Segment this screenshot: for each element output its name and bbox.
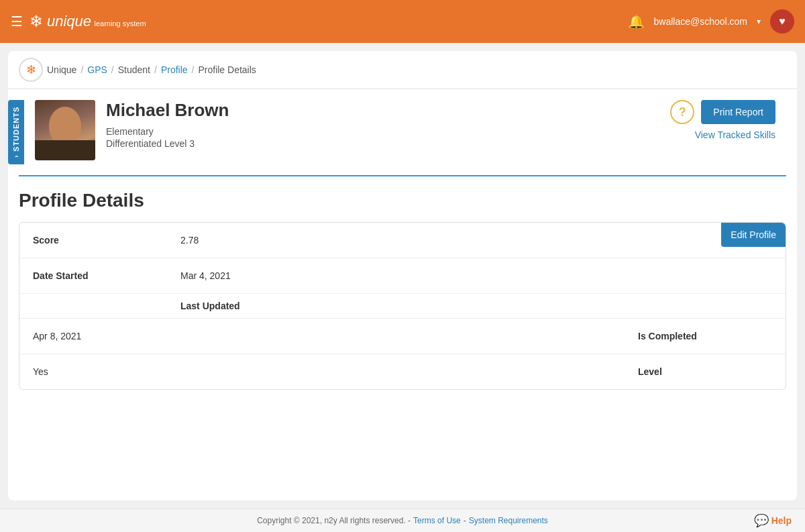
footer-copyright: Copyright © 2021, n2y All rights reserve…: [257, 516, 411, 525]
level-label: Level: [638, 366, 772, 377]
chevron-down-icon[interactable]: ▾: [757, 17, 761, 26]
system-requirements-link[interactable]: System Requirements: [469, 516, 548, 525]
student-name: Michael Brown: [106, 100, 670, 121]
is-completed-value-row: Yes Level: [19, 354, 786, 389]
score-label: Score: [33, 235, 180, 246]
breadcrumb-home-icon[interactable]: ❄: [19, 58, 43, 82]
edit-profile-button[interactable]: Edit Profile: [721, 223, 786, 247]
footer: Copyright © 2021, n2y All rights reserve…: [0, 509, 805, 532]
terms-of-use-link[interactable]: Terms of Use: [413, 516, 461, 525]
help-label: Help: [771, 515, 792, 526]
help-button[interactable]: 💬 Help: [754, 513, 792, 528]
breadcrumb-sep-3: /: [154, 64, 157, 75]
logo-text-group: unique learning system: [47, 13, 146, 30]
score-row: Score 2.78: [19, 223, 786, 258]
student-info: Michael Brown Elementary Differentiated …: [106, 100, 670, 149]
section-title: Profile Details: [19, 190, 786, 211]
student-header: › STUDENTS Michael Brown Elementary Diff…: [8, 89, 797, 175]
app-header: ☰ ❄ unique learning system 🔔 bwallace@sc…: [0, 0, 805, 43]
date-started-value: Mar 4, 2021: [180, 270, 772, 281]
is-completed-value: Yes: [33, 366, 638, 377]
breadcrumb: ❄ Unique / GPS / Student / Profile / Pro…: [8, 51, 797, 89]
last-updated-label: Last Updated: [180, 301, 240, 311]
user-avatar[interactable]: ♥: [770, 9, 794, 34]
student-level: Elementary: [106, 126, 670, 137]
students-tab-arrow: ›: [12, 154, 20, 158]
breadcrumb-profile[interactable]: Profile: [161, 64, 188, 75]
student-avatar-image: [35, 100, 95, 160]
bell-icon[interactable]: 🔔: [628, 13, 645, 30]
students-tab[interactable]: › STUDENTS: [8, 100, 24, 164]
breadcrumb-gps[interactable]: GPS: [87, 64, 107, 75]
logo-text: unique: [47, 13, 91, 30]
footer-separator: -: [464, 516, 466, 525]
last-updated-label-row: Last Updated: [19, 294, 786, 319]
breadcrumb-unique[interactable]: Unique: [47, 64, 76, 75]
details-card: Edit Profile Score 2.78 Date Started Mar…: [19, 222, 786, 390]
date-started-label: Date Started: [33, 270, 180, 281]
student-actions: ? Print Report View Tracked Skills: [670, 100, 786, 140]
chat-icon: 💬: [754, 513, 769, 528]
breadcrumb-sep-2: /: [111, 64, 114, 75]
profile-details-section: Profile Details Edit Profile Score 2.78 …: [8, 176, 797, 500]
snowflake-logo-icon: ❄: [30, 12, 43, 31]
view-tracked-skills-link[interactable]: View Tracked Skills: [695, 129, 775, 140]
last-updated-row: Apr 8, 2021 Is Completed: [19, 319, 786, 354]
print-report-button[interactable]: Print Report: [701, 100, 775, 124]
hamburger-icon[interactable]: ☰: [11, 13, 23, 30]
header-left: ☰ ❄ unique learning system: [11, 12, 146, 31]
help-circle-icon[interactable]: ?: [670, 100, 694, 124]
breadcrumb-sep-4: /: [192, 64, 195, 75]
header-right: 🔔 bwallace@school.com ▾ ♥: [628, 9, 795, 34]
user-email: bwallace@school.com: [654, 16, 748, 27]
logo-subtext: learning system: [95, 19, 146, 28]
score-value: 2.78: [180, 235, 772, 246]
last-updated-value: Apr 8, 2021: [33, 331, 638, 341]
breadcrumb-current: Profile Details: [198, 64, 256, 75]
breadcrumb-student[interactable]: Student: [118, 64, 150, 75]
student-avatar: [35, 100, 95, 160]
breadcrumb-sep-1: /: [80, 64, 83, 75]
date-started-row: Date Started Mar 4, 2021: [19, 258, 786, 294]
is-completed-label: Is Completed: [638, 331, 772, 341]
main-content: ❄ Unique / GPS / Student / Profile / Pro…: [8, 51, 797, 500]
student-differentiated-level: Differentiated Level 3: [106, 138, 670, 149]
students-tab-label: STUDENTS: [12, 107, 20, 152]
logo-area: ❄ unique learning system: [30, 12, 146, 31]
